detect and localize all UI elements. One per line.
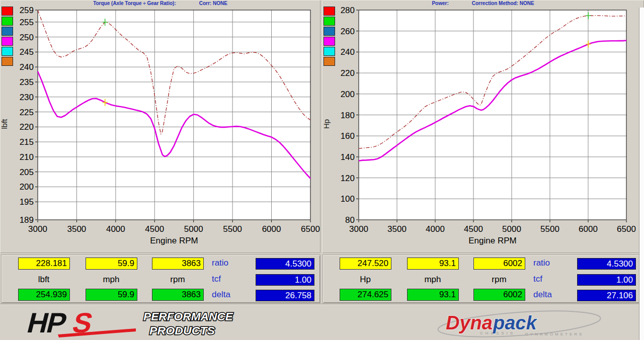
svg-text:4000: 4000 — [106, 224, 125, 234]
svg-text:195: 195 — [20, 197, 34, 207]
svg-text:Engine RPM: Engine RPM — [468, 236, 516, 245]
footer-bar: HP S PERFORMANCE PRODUCTS Folder Run ID … — [0, 304, 644, 340]
delta-label: delta — [212, 290, 242, 300]
svg-text:245: 245 — [20, 47, 34, 57]
svg-text:3000: 3000 — [28, 224, 47, 234]
current-torque-readout: 228.181 — [18, 258, 70, 270]
dynapack-logo-chassis-text: CHASSIS — [480, 331, 515, 335]
speed-unit-label: mph — [407, 275, 458, 285]
tcf-value: 1.00 — [577, 274, 636, 286]
svg-text:220: 220 — [341, 68, 355, 78]
svg-text:240: 240 — [20, 62, 34, 72]
svg-text:3500: 3500 — [387, 224, 407, 234]
svg-text:215: 215 — [20, 137, 34, 147]
svg-text:5500: 5500 — [223, 224, 242, 234]
svg-text:4500: 4500 — [464, 224, 483, 234]
reference-speed-readout: 59.9 — [86, 289, 137, 301]
dynapack-logo-pack-text: pack — [493, 312, 537, 333]
hps-logo-performance-text: PERFORMANCE — [143, 310, 233, 323]
svg-text:160: 160 — [341, 131, 355, 141]
current-rpm-readout: 6002 — [473, 258, 525, 270]
dynapack-logo-dyna-text: Dyna — [446, 312, 493, 333]
svg-text:260: 260 — [341, 27, 355, 36]
svg-text:240: 240 — [341, 47, 355, 57]
svg-text:250: 250 — [20, 33, 34, 42]
svg-text:200: 200 — [20, 182, 34, 192]
tcf-value: 1.00 — [256, 274, 314, 286]
hps-logo-hp-text: HP — [24, 308, 69, 338]
tcf-label: tcf — [533, 274, 564, 284]
svg-text:235: 235 — [20, 77, 34, 87]
current-rpm-readout: 3863 — [152, 258, 204, 270]
power-chart-panel: Power: Correction Method: NONE Hp 280260… — [322, 0, 644, 253]
svg-text:120: 120 — [341, 174, 355, 183]
svg-text:5000: 5000 — [502, 224, 521, 234]
svg-text:205: 205 — [20, 167, 34, 177]
torque-readout-panel: 228.181 59.9 3863 lbft mph rpm 254.939 5… — [1, 254, 320, 303]
rpm-unit-label: rpm — [152, 275, 203, 285]
delta-label: delta — [533, 290, 564, 300]
rpm-unit-label: rpm — [473, 275, 525, 285]
current-speed-readout: 93.1 — [407, 258, 459, 270]
ratio-value: 4.5300 — [256, 258, 314, 270]
reference-rpm-readout: 3863 — [152, 289, 204, 301]
power-chart[interactable]: 2802602402202001801601401201008030003500… — [322, 0, 644, 253]
reference-rpm-readout: 6002 — [473, 289, 525, 301]
hps-performance-products-logo: HP S PERFORMANCE PRODUCTS — [8, 308, 247, 338]
svg-text:180: 180 — [341, 111, 355, 120]
svg-text:5500: 5500 — [540, 224, 559, 234]
svg-text:189: 189 — [20, 215, 34, 225]
dyno-software-window: Torque (Axle Torque ÷ Gear Ratio): Corr:… — [0, 0, 644, 340]
delta-value: 26.758 — [256, 290, 314, 301]
power-readout-panel: 247.520 93.1 6002 Hp mph rpm 274.625 93.… — [323, 254, 644, 303]
svg-text:6000: 6000 — [579, 224, 598, 234]
dynapack-logo-dynamometers-text: DYNAMOMETERS — [525, 332, 584, 336]
torque-chart-panel: Torque (Axle Torque ÷ Gear Ratio): Corr:… — [0, 0, 320, 253]
dynapack-logo: Dyna pack CHASSIS DYNAMOMETERS — [434, 308, 605, 338]
svg-text:3000: 3000 — [349, 224, 368, 234]
vertical-scrollbar[interactable] — [639, 8, 644, 340]
svg-text:225: 225 — [20, 108, 34, 117]
current-power-readout: 247.520 — [340, 258, 391, 270]
svg-text:200: 200 — [341, 90, 355, 99]
torque-chart[interactable]: 2592552502452402352302252202152102052001… — [0, 0, 320, 253]
power-unit-label: Hp — [340, 275, 391, 285]
svg-text:4000: 4000 — [426, 224, 445, 234]
reference-power-readout: 274.625 — [340, 289, 391, 301]
svg-text:259: 259 — [20, 6, 34, 15]
svg-text:280: 280 — [341, 6, 355, 15]
svg-text:6500: 6500 — [617, 224, 636, 234]
svg-text:255: 255 — [20, 18, 34, 27]
torque-unit-label: lbft — [18, 275, 69, 285]
svg-text:3500: 3500 — [67, 224, 87, 234]
delta-value: 27.106 — [577, 290, 636, 301]
tcf-label: tcf — [212, 274, 242, 284]
hps-logo-products-text: PRODUCTS — [149, 324, 215, 337]
svg-text:140: 140 — [341, 152, 355, 162]
svg-text:230: 230 — [20, 93, 34, 102]
svg-text:6500: 6500 — [301, 224, 320, 234]
ratio-label: ratio — [212, 258, 242, 268]
svg-text:6000: 6000 — [262, 224, 281, 234]
reference-speed-readout: 93.1 — [407, 289, 459, 301]
current-speed-readout: 59.9 — [86, 258, 137, 270]
svg-text:100: 100 — [341, 194, 355, 204]
hps-logo-swoosh — [58, 328, 136, 337]
svg-text:Engine RPM: Engine RPM — [150, 236, 198, 245]
ratio-label: ratio — [533, 258, 564, 268]
svg-text:4500: 4500 — [145, 224, 164, 234]
speed-unit-label: mph — [86, 275, 137, 285]
svg-text:5000: 5000 — [184, 224, 203, 234]
reference-torque-readout: 254.939 — [18, 289, 70, 301]
svg-text:220: 220 — [20, 122, 34, 132]
svg-text:210: 210 — [20, 152, 34, 162]
ratio-value: 4.5300 — [577, 258, 636, 270]
svg-text:80: 80 — [345, 215, 355, 225]
